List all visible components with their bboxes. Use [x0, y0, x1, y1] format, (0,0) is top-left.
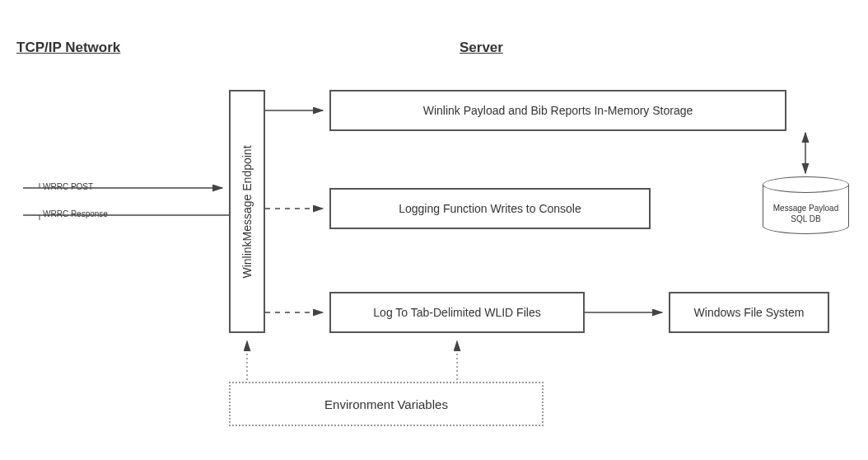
box-logging-label: Logging Function Writes to Console: [399, 202, 581, 215]
label-wrrc-response: WRRC Response: [43, 209, 108, 218]
heading-network: TCP/IP Network: [16, 40, 120, 56]
box-filesystem-label: Windows File System: [694, 306, 805, 319]
heading-server: Server: [460, 40, 503, 56]
db-label-line1: Message Payload: [773, 203, 839, 214]
box-logging: Logging Function Writes to Console: [329, 188, 651, 229]
box-logfiles: Log To Tab-Delimited WLID Files: [329, 292, 585, 333]
architecture-diagram: TCP/IP Network Server WinlinkMessage End…: [0, 0, 868, 460]
box-envvars-label: Environment Variables: [324, 397, 448, 411]
box-endpoint: WinlinkMessage Endpoint: [229, 90, 265, 333]
box-storage-label: Winlink Payload and Bib Reports In-Memor…: [423, 104, 693, 117]
db-label-line2: SQL DB: [791, 214, 820, 224]
db-cylinder: Message Payload SQL DB: [763, 176, 849, 236]
box-logfiles-label: Log To Tab-Delimited WLID Files: [373, 306, 540, 319]
box-storage: Winlink Payload and Bib Reports In-Memor…: [329, 90, 786, 131]
label-wrrc-post: WRRC POST: [43, 182, 93, 191]
box-envvars: Environment Variables: [229, 382, 544, 426]
box-filesystem: Windows File System: [669, 292, 829, 333]
box-endpoint-label: WinlinkMessage Endpoint: [240, 145, 254, 278]
